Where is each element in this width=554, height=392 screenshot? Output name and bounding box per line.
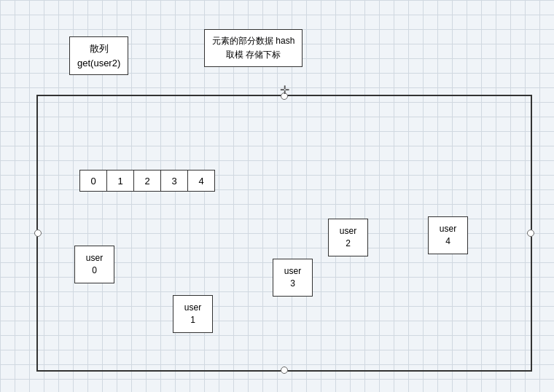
user-box-1: user 1 — [173, 295, 213, 333]
user-box-3: user 3 — [273, 259, 313, 297]
user1-line2: 1 — [190, 314, 195, 326]
index-cell-4: 4 — [187, 170, 215, 192]
annotation-left-box: 散列 get(user2) — [69, 36, 128, 75]
move-icon[interactable]: ✛ — [280, 83, 289, 97]
annotation-right-line2: 取模 存储下标 — [212, 48, 294, 62]
user-box-4: user 4 — [428, 216, 468, 254]
handle-left[interactable] — [34, 230, 42, 237]
user4-line1: user — [440, 223, 456, 235]
user2-line2: 2 — [346, 238, 351, 250]
index-cell-2: 2 — [133, 170, 161, 192]
index-cell-0: 0 — [79, 170, 107, 192]
user4-line2: 4 — [445, 235, 450, 248]
user3-line2: 3 — [290, 278, 295, 290]
annotation-left-line2: get(user2) — [77, 56, 120, 71]
annotation-right-box: 元素的部分数据 hash 取模 存储下标 — [204, 29, 303, 67]
user-box-0: user 0 — [74, 246, 114, 283]
annotation-left-line1: 散列 — [77, 42, 120, 56]
user0-line2: 0 — [92, 264, 97, 277]
index-cell-3: 3 — [160, 170, 188, 192]
user2-line1: user — [340, 225, 356, 238]
handle-right[interactable] — [527, 230, 534, 237]
user-box-2: user 2 — [328, 219, 368, 256]
index-cell-1: 1 — [106, 170, 134, 192]
user0-line1: user — [86, 252, 103, 264]
user1-line1: user — [184, 302, 201, 314]
index-cells-row: 0 1 2 3 4 — [80, 170, 215, 192]
canvas: 散列 get(user2) 元素的部分数据 hash 取模 存储下标 ✛ use… — [0, 0, 554, 392]
annotation-right-line1: 元素的部分数据 hash — [212, 34, 294, 48]
main-bounding-box: ✛ user 0 user 1 user 2 user 3 user 4 — [36, 95, 532, 372]
handle-bottom[interactable] — [281, 366, 288, 374]
user3-line1: user — [284, 265, 301, 278]
